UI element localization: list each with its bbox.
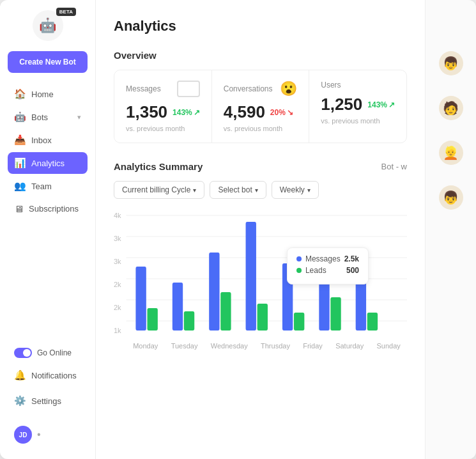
tooltip-messages-label: Messages: [305, 254, 341, 263]
right-avatar-4: 👦: [439, 185, 463, 210]
users-card: Users 1,250 143% ↗ vs. previous month: [309, 70, 406, 143]
sidebar-item-team[interactable]: 👥 Team: [8, 175, 88, 197]
y-label-3k-1: 3k: [114, 235, 121, 242]
go-online-toggle[interactable]: [14, 348, 32, 358]
users-label: Users: [321, 81, 395, 89]
billing-cycle-arrow-icon: ▾: [193, 187, 196, 194]
filters-row: Current billing Cycle ▾ Select bot ▾ Wee…: [114, 181, 407, 199]
day-sunday: Sunday: [377, 342, 401, 350]
users-badge: 143% ↗: [367, 100, 395, 109]
notifications-icon: 🔔: [14, 370, 26, 381]
messages-icon-rect: [177, 81, 200, 97]
sidebar-bots-label: Bots: [31, 113, 48, 122]
svg-rect-19: [367, 313, 378, 331]
overview-title: Overview: [114, 50, 407, 61]
conversations-card: Conversations 😮 4,590 20% ↘ vs. previous…: [212, 70, 309, 143]
user-menu-icon: •: [37, 429, 41, 440]
users-sub: vs. previous month: [321, 117, 395, 125]
right-avatar-2: 🧑: [439, 96, 463, 120]
tooltip-leads-val: 500: [346, 266, 359, 275]
analytics-summary-section: Analytics Summary Bot - w Current billin…: [114, 161, 407, 350]
tooltip-messages-row: Messages 2.5k: [296, 254, 359, 263]
conversations-sub: vs. previous month: [224, 125, 297, 132]
sidebar-item-settings[interactable]: ⚙️ Settings: [8, 390, 88, 412]
sidebar-team-label: Team: [31, 182, 52, 191]
weekly-label: Weekly: [280, 185, 305, 194]
sidebar-item-home[interactable]: 🏠 Home: [8, 83, 88, 105]
sidebar-item-label: Home: [31, 89, 54, 99]
sidebar-item-subscriptions[interactable]: 🖥 Subscriptions: [8, 198, 88, 219]
bots-arrow-icon: ▾: [77, 113, 81, 121]
select-bot-filter[interactable]: Select bot ▾: [210, 181, 266, 199]
day-saturday: Saturday: [335, 342, 364, 350]
weekly-arrow-icon: ▾: [307, 187, 311, 194]
sidebar-analytics-label: Analytics: [31, 159, 65, 168]
day-monday: Monday: [133, 342, 158, 350]
conversations-value: 4,590 20% ↘: [224, 102, 297, 122]
sidebar-item-inbox[interactable]: 📥 Inbox: [8, 129, 88, 151]
inbox-icon: 📥: [14, 134, 26, 146]
svg-rect-6: [135, 267, 146, 331]
svg-rect-13: [257, 304, 268, 331]
y-label-1k: 1k: [114, 327, 121, 334]
svg-rect-17: [330, 297, 341, 331]
settings-icon: ⚙️: [14, 395, 26, 407]
tooltip-leads-row: Leads 500: [296, 266, 359, 275]
analytics-icon: 📊: [14, 157, 26, 169]
overview-section: Overview Messages 1,350 143% ↗: [114, 50, 407, 143]
messages-dot: [296, 256, 302, 261]
notifications-label: Notifications: [31, 371, 77, 380]
y-axis-labels: 4k 3k 3k 2k 2k 1k: [114, 209, 121, 337]
user-profile-row[interactable]: JD •: [8, 421, 88, 449]
messages-badge: 143% ↗: [173, 108, 200, 117]
y-label-3k-2: 3k: [114, 258, 121, 265]
overview-cards: Messages 1,350 143% ↗ vs. previous month: [114, 70, 407, 143]
right-panel: 👦 🧑 👱 👦: [425, 0, 476, 459]
svg-rect-10: [209, 253, 219, 331]
svg-rect-9: [184, 311, 194, 331]
messages-value: 1,350 143% ↗: [126, 102, 200, 122]
tooltip-messages-val: 2.5k: [344, 254, 359, 263]
conversations-badge: 20% ↘: [270, 108, 293, 117]
page-title: Analytics: [114, 18, 407, 35]
go-online-toggle-row[interactable]: Go Online: [8, 344, 88, 362]
sidebar-item-bots[interactable]: 🤖 Bots ▾: [8, 106, 88, 128]
chart-tooltip: Messages 2.5k Leads 500: [287, 247, 369, 284]
y-label-2k-1: 2k: [114, 281, 121, 288]
summary-header: Analytics Summary Bot - w: [114, 161, 407, 172]
day-friday: Friday: [303, 342, 323, 350]
beta-badge: BETA: [56, 8, 76, 16]
messages-card: Messages 1,350 143% ↗ vs. previous month: [114, 70, 212, 143]
messages-sub: vs. previous month: [126, 125, 200, 132]
go-online-label: Go Online: [37, 348, 72, 357]
y-label-4k: 4k: [114, 212, 121, 219]
svg-rect-15: [294, 313, 304, 331]
settings-label: Settings: [31, 396, 61, 406]
day-thursday: Thrusday: [261, 342, 290, 350]
day-tuesday: Tuesday: [171, 342, 198, 350]
avatar: JD: [14, 426, 32, 444]
sidebar-inbox-label: Inbox: [31, 136, 52, 145]
select-bot-label: Select bot: [218, 185, 252, 194]
sidebar-item-notifications[interactable]: 🔔 Notifications: [8, 364, 88, 386]
svg-rect-11: [220, 292, 231, 331]
sidebar-item-analytics[interactable]: 📊 Analytics: [8, 152, 88, 174]
create-new-bot-button[interactable]: Create New Bot: [8, 51, 88, 73]
svg-rect-7: [147, 308, 157, 331]
weekly-filter[interactable]: Weekly ▾: [272, 181, 319, 199]
tooltip-leads-label: Leads: [305, 266, 342, 275]
sidebar: BETA 🤖 Create New Bot 🏠 Home 🤖 Bots ▾ 📥 …: [0, 0, 96, 459]
sidebar-bottom: Go Online 🔔 Notifications ⚙️ Settings JD…: [8, 344, 88, 449]
chart-area: 4k 3k 3k 2k 2k 1k: [114, 209, 407, 350]
sidebar-nav: 🏠 Home 🤖 Bots ▾ 📥 Inbox 📊 Analytics 👥 Te…: [8, 83, 88, 221]
leads-dot: [296, 268, 302, 273]
billing-cycle-label: Current billing Cycle: [122, 185, 190, 194]
bots-icon: 🤖: [14, 111, 26, 123]
logo-area: BETA 🤖: [8, 10, 88, 41]
billing-cycle-filter[interactable]: Current billing Cycle ▾: [114, 181, 204, 199]
sidebar-subscriptions-label: Subscriptions: [29, 204, 79, 214]
subscriptions-icon: 🖥: [14, 203, 24, 214]
svg-rect-12: [246, 222, 256, 331]
conversations-emoji: 😮: [280, 81, 297, 97]
conversations-label: Conversations 😮: [224, 81, 297, 97]
